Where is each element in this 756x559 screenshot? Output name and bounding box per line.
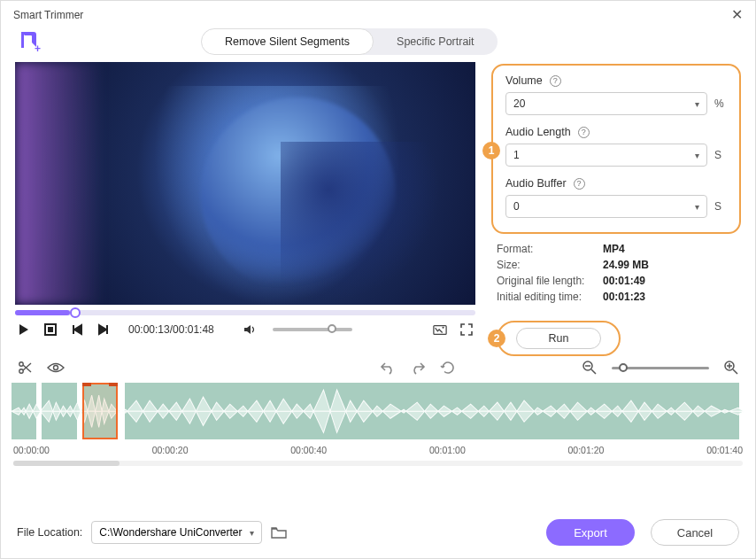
chevron-down-icon: ▾ (695, 99, 699, 109)
zoom-slider[interactable] (612, 367, 709, 369)
file-info: Format:MP4 Size:24.99 MB Original file l… (491, 234, 741, 305)
eye-icon[interactable] (47, 361, 65, 374)
audio-buffer-unit: S (714, 200, 727, 213)
audio-length-label: Audio Length (505, 126, 571, 138)
format-value: MP4 (603, 243, 625, 255)
selection-handle[interactable] (82, 383, 118, 439)
init-edit-key: Initial editing time: (497, 291, 594, 303)
badge-1: 1 (482, 142, 500, 159)
zoom-in-icon[interactable] (723, 360, 739, 376)
orig-len-key: Original file length: (497, 275, 594, 287)
size-value: 24.99 MB (603, 259, 649, 271)
volume-slider[interactable] (273, 328, 352, 331)
audio-length-select[interactable]: 1▾ (505, 144, 707, 167)
zoom-out-icon[interactable] (582, 360, 598, 376)
volume-unit: % (714, 97, 727, 110)
params-panel: 1 Volume? 20▾ % Audio Length? 1▾ S Audio… (491, 64, 741, 234)
tick: 00:01:40 (706, 445, 743, 455)
orig-len-value: 00:01:49 (603, 275, 645, 287)
tick: 00:01:00 (429, 445, 466, 455)
audio-buffer-select[interactable]: 0▾ (505, 195, 707, 218)
svg-point-6 (19, 362, 23, 366)
volume-select[interactable]: 20▾ (505, 92, 707, 115)
app-logo-icon: + (17, 29, 42, 54)
video-preview[interactable] (15, 62, 475, 305)
tick: 00:01:20 (568, 445, 605, 455)
svg-rect-0 (21, 32, 24, 48)
svg-point-7 (19, 369, 23, 373)
run-panel: 2 Run (497, 321, 621, 356)
init-edit-value: 00:01:23 (603, 291, 645, 303)
audio-buffer-label: Audio Buffer (505, 177, 567, 190)
badge-2: 2 (488, 330, 505, 347)
tab-remove-silent[interactable]: Remove Silent Segments (201, 28, 374, 55)
waveform-timeline[interactable] (12, 383, 744, 441)
timeline-scrollbar[interactable] (13, 461, 743, 466)
svg-point-5 (442, 327, 444, 329)
reset-icon[interactable] (440, 360, 456, 376)
undo-icon[interactable] (380, 361, 396, 375)
file-location-label: File Location: (17, 526, 82, 539)
tick: 00:00:40 (290, 445, 327, 455)
volume-label: Volume (505, 74, 543, 87)
file-location-select[interactable]: C:\Wondershare UniConverter ▾ (91, 521, 261, 544)
run-button[interactable]: Run (516, 328, 601, 349)
svg-text:+: + (35, 43, 41, 54)
play-icon[interactable] (17, 322, 31, 337)
next-icon[interactable] (96, 322, 111, 337)
chevron-down-icon: ▾ (695, 151, 699, 160)
svg-rect-3 (48, 327, 53, 332)
tick: 00:00:20 (152, 445, 189, 455)
prev-icon[interactable] (70, 322, 84, 337)
snapshot-icon[interactable] (433, 322, 447, 337)
folder-icon[interactable] (271, 526, 287, 539)
help-icon[interactable]: ? (574, 178, 585, 190)
format-key: Format: (497, 243, 594, 255)
redo-icon[interactable] (410, 361, 426, 375)
close-icon[interactable]: ✕ (731, 6, 743, 23)
help-icon[interactable]: ? (578, 127, 590, 138)
fullscreen-icon[interactable] (459, 322, 474, 337)
size-key: Size: (497, 259, 594, 271)
time-ruler: 00:00:00 00:00:20 00:00:40 00:01:00 00:0… (1, 441, 755, 455)
seek-bar[interactable] (15, 310, 475, 315)
scissors-icon[interactable] (17, 360, 33, 376)
tick: 00:00:00 (13, 445, 50, 455)
timecode: 00:00:13/00:01:48 (128, 323, 214, 336)
export-button[interactable]: Export (546, 519, 635, 546)
svg-point-8 (54, 366, 58, 370)
stop-icon[interactable] (43, 322, 58, 337)
mode-tabs: Remove Silent Segments Specific Portrait (201, 28, 498, 55)
tab-specific-portrait[interactable]: Specific Portrait (374, 28, 498, 55)
help-icon[interactable]: ? (550, 75, 561, 87)
chevron-down-icon: ▾ (695, 202, 699, 212)
window-title: Smart Trimmer (13, 9, 83, 21)
chevron-down-icon: ▾ (250, 528, 254, 538)
audio-length-unit: S (714, 149, 727, 161)
cancel-button[interactable]: Cancel (651, 519, 739, 546)
volume-icon[interactable] (243, 322, 257, 337)
